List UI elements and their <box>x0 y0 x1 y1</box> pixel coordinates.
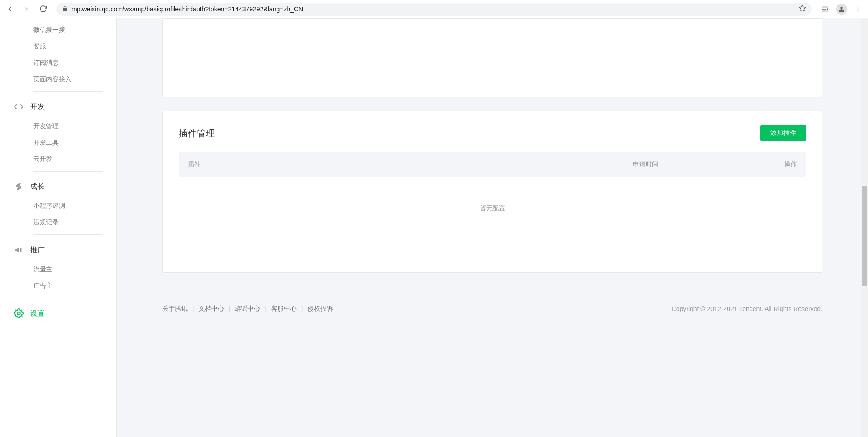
svg-point-8 <box>17 312 20 315</box>
sidebar-item-advertiser[interactable]: 广告主 <box>0 278 116 294</box>
svg-marker-0 <box>799 5 805 11</box>
footer-link-docs[interactable]: 文档中心 <box>199 305 224 313</box>
divider <box>33 91 103 92</box>
copyright-text: Copyright © 2012-2021 Tencent. All Right… <box>672 305 822 312</box>
col-header-time: 申请时间 <box>633 161 760 169</box>
table-empty-text: 暂无配置 <box>179 177 806 240</box>
scrollbar[interactable] <box>861 18 868 437</box>
megaphone-icon <box>14 245 24 255</box>
col-header-plugin: 插件 <box>188 161 633 169</box>
footer-link-rumor[interactable]: 辟谣中心 <box>235 305 260 313</box>
bookmark-icon[interactable] <box>799 5 806 14</box>
sidebar-item-violation[interactable]: 违规记录 <box>0 214 116 231</box>
lock-icon <box>62 5 68 13</box>
sidebar-item-dev-manage[interactable]: 开发管理 <box>0 118 116 135</box>
sidebar-group-label: 设置 <box>30 309 45 318</box>
sidebar-group-promotion[interactable]: 推广 <box>0 239 116 261</box>
sidebar-item-customer-service[interactable]: 客服 <box>0 38 116 55</box>
section-title: 插件管理 <box>179 127 215 140</box>
address-bar[interactable]: mp.weixin.qq.com/wxamp/basicprofile/thir… <box>56 3 812 16</box>
forward-button[interactable] <box>20 3 33 16</box>
url-text: mp.weixin.qq.com/wxamp/basicprofile/thir… <box>72 5 795 13</box>
reload-button[interactable] <box>36 3 49 16</box>
gear-icon <box>14 308 24 318</box>
footer-link-about[interactable]: 关于腾讯 <box>162 305 188 313</box>
profile-avatar[interactable] <box>835 3 848 16</box>
sidebar-item-mini-review[interactable]: 小程序评测 <box>0 198 116 214</box>
sidebar-item-wechat-search[interactable]: 微信搜一搜 <box>0 22 116 38</box>
col-header-action: 操作 <box>760 161 797 169</box>
sidebar-group-label: 开发 <box>30 102 45 112</box>
svg-point-4 <box>840 6 842 9</box>
plugin-table: 插件 申请时间 操作 暂无配置 <box>163 152 822 240</box>
divider <box>33 298 103 298</box>
footer-link-complaint[interactable]: 侵权投诉 <box>308 305 333 313</box>
back-button[interactable] <box>4 3 16 16</box>
reading-list-icon[interactable] <box>819 3 832 16</box>
sidebar-group-development[interactable]: 开发 <box>0 95 116 118</box>
card-top <box>162 18 822 97</box>
add-plugin-button[interactable]: 添加插件 <box>760 125 806 141</box>
table-header: 插件 申请时间 操作 <box>179 152 806 177</box>
leaf-icon <box>14 182 24 192</box>
divider <box>179 254 806 254</box>
content-area: 插件管理 添加插件 插件 申请时间 操作 暂无配置 关于腾讯 | <box>117 18 868 437</box>
footer: 关于腾讯 | 文档中心 | 辟谣中心 | 客服中心 | 侵权投诉 Copyrig… <box>117 300 868 313</box>
svg-point-5 <box>858 6 859 8</box>
sidebar-group-growth[interactable]: 成长 <box>0 175 116 198</box>
sidebar: 微信搜一搜 客服 订阅消息 页面内容接入 开发 开发管理 开发工具 云开发 成长… <box>0 18 117 437</box>
sidebar-item-cloud-dev[interactable]: 云开发 <box>0 151 116 167</box>
sidebar-item-subscribe-msg[interactable]: 订阅消息 <box>0 55 116 71</box>
sidebar-item-page-content[interactable]: 页面内容接入 <box>0 71 116 88</box>
divider <box>33 171 103 172</box>
svg-point-7 <box>858 10 859 12</box>
svg-point-6 <box>858 8 859 10</box>
divider <box>33 234 103 235</box>
footer-links: 关于腾讯 | 文档中心 | 辟谣中心 | 客服中心 | 侵权投诉 <box>162 305 333 313</box>
scrollbar-thumb[interactable] <box>862 186 867 286</box>
sidebar-group-label: 成长 <box>30 182 45 192</box>
footer-link-service[interactable]: 客服中心 <box>271 305 297 313</box>
code-icon <box>14 102 24 112</box>
sidebar-item-dev-tools[interactable]: 开发工具 <box>0 135 116 151</box>
sidebar-group-settings[interactable]: 设置 <box>0 302 116 325</box>
card-plugin-management: 插件管理 添加插件 插件 申请时间 操作 暂无配置 <box>162 111 822 273</box>
sidebar-item-traffic[interactable]: 流量主 <box>0 261 116 278</box>
menu-icon[interactable] <box>852 3 864 16</box>
sidebar-group-label: 推广 <box>30 245 45 255</box>
browser-toolbar: mp.weixin.qq.com/wxamp/basicprofile/thir… <box>0 0 868 18</box>
